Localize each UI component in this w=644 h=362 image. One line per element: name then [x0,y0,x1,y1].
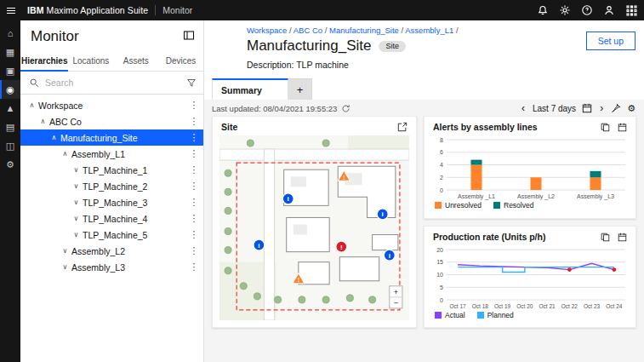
chevron-up-icon[interactable]: ∧ [37,118,49,125]
tree-item-assembly-l1[interactable]: ∧Assembly_L1⋮ [20,146,203,162]
app-brand[interactable]: IBMMaximo Application Suite [27,5,148,15]
legend-item-actual[interactable]: Actual [435,311,465,319]
overflow-menu-icon[interactable]: ⋮ [189,116,199,127]
panel-tab-devices[interactable]: Devices [158,51,203,72]
breadcrumb-separator: / [453,26,458,35]
breadcrumb-link-workspace[interactable]: Workspace [247,26,287,35]
overflow-menu-icon[interactable]: ⋮ [189,245,199,256]
add-tab-button[interactable]: + [288,78,312,100]
set-up-button[interactable]: Set up [586,32,635,50]
tree-item-tlp-machine-1[interactable]: ∨TLP_Machine_1⋮ [20,162,203,178]
tree-item-label: Assembly_L3 [71,262,189,273]
chevron-down-icon[interactable]: ∨ [70,167,83,174]
site-map-svg: ! ! i [219,135,409,320]
breadcrumb-link-assembly-l1[interactable]: Assembly_L1 [405,26,453,35]
alerts-icon[interactable]: ▲ [0,99,20,118]
map-info-marker[interactable]: i [282,193,294,204]
map-info-marker[interactable]: i [384,250,395,261]
chevron-down-icon[interactable]: ∨ [70,232,83,238]
legend-item-resolved[interactable]: Resolved [493,201,533,210]
top-bar: IBMMaximo Application Suite Monitor [0,0,644,20]
overflow-menu-icon[interactable]: ⋮ [189,181,199,192]
panel-tab-locations[interactable]: Locations [68,51,113,72]
chevron-down-icon[interactable]: ∨ [59,248,71,255]
panel-title: Monitor [31,28,79,45]
overflow-menu-icon[interactable]: ⋮ [189,197,199,208]
collapse-panel-icon[interactable] [183,30,195,43]
chevron-up-icon[interactable]: ∧ [48,135,60,141]
settings-icon[interactable] [554,0,576,20]
legend-item-unresolved[interactable]: Unresolved [435,201,482,210]
time-range-label[interactable]: Last 7 days [533,104,576,113]
reports-icon[interactable]: ▤ [0,118,20,136]
tree-item-label: Assembly_L2 [71,246,189,256]
panel-tab-assets[interactable]: Assets [113,51,158,72]
filter-icon[interactable] [186,78,197,88]
legend-item-planned[interactable]: Planned [477,311,514,319]
breadcrumb-link-manufacturing-site[interactable]: Manufacturing_Site [329,26,399,35]
chevron-down-icon[interactable]: ∨ [70,199,83,206]
chevron-down-icon[interactable]: ∨ [70,215,83,222]
notifications-icon[interactable] [532,0,554,20]
tree-item-assembly-l2[interactable]: ∨Assembly_L2⋮ [20,243,203,259]
apps-icon[interactable]: ◫ [0,136,20,155]
legend-swatch [435,312,442,319]
search-input[interactable] [45,78,180,88]
settings-icon[interactable]: ⚙ [0,155,20,174]
chevron-down-icon[interactable]: ∨ [59,264,71,271]
site-map[interactable]: ! ! i [219,135,409,320]
menu-icon[interactable] [5,3,20,18]
page-title: Manufacturing_Site [247,37,371,55]
svg-text:Oct 24: Oct 24 [606,303,623,309]
range-next-icon[interactable]: › [598,103,605,113]
tree-item-manufacturing-site[interactable]: ∧Manufacturing_Site⋮ [20,129,203,146]
svg-text:2: 2 [440,175,443,181]
tab-summary[interactable]: Summary [212,78,288,100]
home-icon[interactable]: ⌂ [0,24,20,43]
tree-item-abc-co[interactable]: ∧ABC Co⋮ [20,113,203,129]
chevron-up-icon[interactable]: ∧ [26,102,38,109]
map-zoom-in[interactable]: + [394,288,398,296]
overflow-menu-icon[interactable]: ⋮ [189,100,199,111]
dashboard-settings-icon[interactable]: ⚙ [627,104,635,113]
devices-icon[interactable]: ▣ [0,61,20,80]
tree-item-tlp-machine-3[interactable]: ∨TLP_Machine_3⋮ [20,194,203,210]
map-zoom-out[interactable]: − [394,299,398,307]
overflow-menu-icon[interactable]: ⋮ [189,148,199,159]
overflow-menu-icon[interactable]: ⋮ [189,261,199,273]
map-info-marker[interactable]: i [254,239,265,250]
page-description: Description: TLP machine [247,60,635,70]
overflow-menu-icon[interactable]: ⋮ [189,213,199,224]
range-previous-icon[interactable]: ‹ [520,103,527,113]
tree-item-tlp-machine-4[interactable]: ∨TLP_Machine_4⋮ [20,210,203,227]
calendar-icon[interactable] [582,103,592,113]
pin-icon[interactable] [611,103,621,113]
calendar-icon[interactable] [618,233,627,242]
overflow-menu-icon[interactable]: ⋮ [189,132,199,143]
expand-card-icon[interactable] [397,122,407,132]
map-critical-marker[interactable]: ! [336,241,347,252]
card-title: Site [221,122,237,132]
map-info-marker[interactable]: i [377,209,388,220]
tree-item-tlp-machine-5[interactable]: ∨TLP_Machine_5⋮ [20,227,203,243]
user-avatar-icon[interactable] [598,0,620,20]
tree-item-assembly-l3[interactable]: ∨Assembly_L3⋮ [20,259,203,275]
breadcrumb-link-abc-co[interactable]: ABC Co [294,26,322,35]
tree-item-tlp-machine-2[interactable]: ∨TLP_Machine_2⋮ [20,178,203,194]
copy-icon[interactable] [601,123,610,132]
chevron-up-icon[interactable]: ∧ [59,151,71,158]
monitor-icon[interactable]: ◉ [0,80,20,99]
overflow-menu-icon[interactable]: ⋮ [189,164,199,175]
production-legend: ActualPlanned [425,310,635,323]
copy-icon[interactable] [601,233,610,242]
overflow-menu-icon[interactable]: ⋮ [189,229,199,240]
refresh-icon[interactable] [341,104,350,113]
svg-text:!: ! [340,244,343,251]
help-icon[interactable] [576,0,598,20]
app-switcher-icon[interactable] [620,0,642,20]
panel-tab-hierarchies[interactable]: Hierarchies [20,51,68,72]
chevron-down-icon[interactable]: ∨ [70,183,83,190]
calendar-icon[interactable] [618,123,627,132]
tree-item-workspace[interactable]: ∧Workspace⋮ [20,97,203,113]
dashboards-icon[interactable]: ▦ [0,43,20,61]
